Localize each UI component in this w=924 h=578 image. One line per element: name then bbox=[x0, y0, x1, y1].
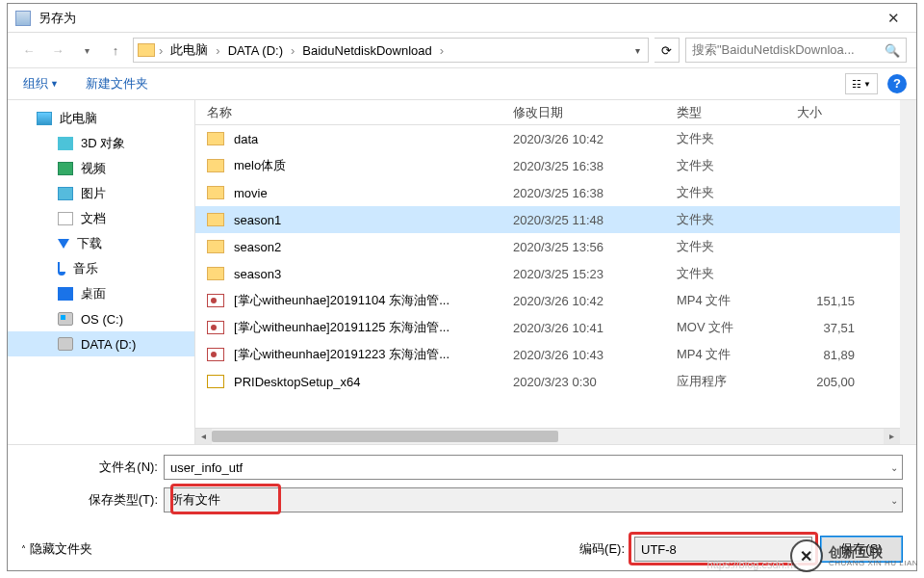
sidebar-item-music[interactable]: 音乐 bbox=[8, 256, 194, 281]
horizontal-scrollbar[interactable]: ◂ ▸ bbox=[195, 428, 900, 444]
file-date: 2020/3/26 10:41 bbox=[513, 321, 677, 335]
up-button[interactable]: ↑ bbox=[104, 39, 127, 62]
file-size: 151,15 bbox=[797, 294, 855, 308]
file-icon bbox=[207, 348, 224, 361]
encoding-value: UTF-8 bbox=[641, 542, 677, 557]
crumb-folder[interactable]: BaiduNetdiskDownload bbox=[298, 43, 435, 58]
address-dropdown-icon[interactable]: ▾ bbox=[631, 45, 644, 56]
file-type: 文件夹 bbox=[677, 265, 797, 282]
search-icon: 🔍 bbox=[885, 43, 900, 58]
file-row[interactable]: season22020/3/25 13:56文件夹 bbox=[195, 233, 900, 260]
sidebar: 此电脑 3D 对象 视频 图片 文档 下载 音乐 桌面 OS (C:) DATA… bbox=[8, 100, 195, 444]
sidebar-item-datadrive[interactable]: DATA (D:) bbox=[8, 331, 194, 356]
scroll-thumb[interactable] bbox=[212, 431, 558, 442]
nav-bar: ← → ▾ ↑ › 此电脑 › DATA (D:) › BaiduNetdisk… bbox=[8, 33, 916, 67]
file-row[interactable]: [掌心witheunhae]20191125 东海油管...2020/3/26 … bbox=[195, 314, 900, 341]
help-button[interactable]: ? bbox=[887, 74, 907, 93]
file-row[interactable]: melo体质2020/3/25 16:38文件夹 bbox=[195, 152, 900, 179]
drive-icon bbox=[58, 337, 73, 351]
file-row[interactable]: season32020/3/25 15:23文件夹 bbox=[195, 260, 900, 287]
sidebar-item-desktop[interactable]: 桌面 bbox=[8, 281, 194, 306]
chevron-right-icon: › bbox=[214, 43, 221, 58]
document-icon bbox=[58, 212, 73, 225]
file-date: 2020/3/25 16:38 bbox=[513, 186, 677, 200]
file-date: 2020/3/26 10:42 bbox=[513, 132, 677, 146]
forward-button[interactable]: → bbox=[46, 39, 69, 62]
file-type: 文件夹 bbox=[677, 130, 797, 147]
file-size: 205,00 bbox=[797, 375, 855, 389]
pc-icon bbox=[37, 112, 52, 125]
chevron-down-icon[interactable]: ⌄ bbox=[890, 462, 898, 473]
close-button[interactable]: ✕ bbox=[872, 5, 914, 32]
back-button[interactable]: ← bbox=[17, 39, 40, 62]
folder-icon bbox=[207, 186, 224, 199]
sidebar-item-3d[interactable]: 3D 对象 bbox=[8, 131, 194, 156]
file-row[interactable]: PRIDesktopSetup_x642020/3/23 0:30应用程序205… bbox=[195, 368, 900, 395]
file-type: 应用程序 bbox=[677, 373, 797, 390]
column-headers: 名称 修改日期 类型 大小 bbox=[195, 100, 900, 125]
drive-icon bbox=[58, 312, 73, 326]
crumb-thispc[interactable]: 此电脑 bbox=[167, 41, 212, 59]
filename-input[interactable]: user_info_utf ⌄ bbox=[164, 455, 903, 480]
col-size[interactable]: 大小 bbox=[797, 104, 855, 121]
watermark-brand: 创新互联 bbox=[829, 545, 918, 559]
sidebar-item-thispc[interactable]: 此电脑 bbox=[8, 106, 194, 131]
chevron-down-icon[interactable]: ⌄ bbox=[890, 495, 898, 506]
address-bar[interactable]: › 此电脑 › DATA (D:) › BaiduNetdiskDownload… bbox=[133, 38, 649, 63]
col-name[interactable]: 名称 bbox=[207, 104, 513, 121]
save-as-dialog: 另存为 ✕ ← → ▾ ↑ › 此电脑 › DATA (D:) › BaiduN… bbox=[7, 3, 917, 571]
recent-dropdown[interactable]: ▾ bbox=[75, 39, 98, 62]
refresh-button[interactable]: ⟳ bbox=[654, 38, 680, 63]
file-name: movie bbox=[234, 186, 513, 200]
file-list[interactable]: data2020/3/26 10:42文件夹melo体质2020/3/25 16… bbox=[195, 125, 900, 428]
file-size: 81,89 bbox=[797, 348, 855, 362]
file-name: season3 bbox=[234, 267, 513, 281]
file-date: 2020/3/25 16:38 bbox=[513, 159, 677, 173]
file-name: season1 bbox=[234, 213, 513, 227]
file-row[interactable]: [掌心witheunhae]20191104 东海油管...2020/3/26 … bbox=[195, 287, 900, 314]
folder-icon bbox=[207, 240, 224, 253]
sidebar-item-videos[interactable]: 视频 bbox=[8, 156, 194, 181]
organize-button[interactable]: 组织 ▼ bbox=[17, 71, 64, 96]
file-name: melo体质 bbox=[234, 157, 513, 174]
sidebar-item-pictures[interactable]: 图片 bbox=[8, 181, 194, 206]
filetype-value: 所有文件 bbox=[170, 491, 220, 509]
filetype-select[interactable]: 所有文件 ⌄ bbox=[164, 487, 903, 512]
download-icon bbox=[58, 239, 69, 249]
file-type: 文件夹 bbox=[677, 157, 797, 174]
chevron-up-icon: ˄ bbox=[21, 544, 26, 555]
search-input[interactable]: 搜索"BaiduNetdiskDownloa... 🔍 bbox=[685, 38, 907, 63]
music-icon bbox=[58, 262, 65, 276]
file-name: [掌心witheunhae]20191223 东海油管... bbox=[234, 346, 513, 363]
file-row[interactable]: season12020/3/25 11:48文件夹 bbox=[195, 206, 900, 233]
file-row[interactable]: data2020/3/26 10:42文件夹 bbox=[195, 125, 900, 152]
sidebar-item-osdrive[interactable]: OS (C:) bbox=[8, 306, 194, 331]
folder-icon bbox=[207, 267, 224, 280]
view-icon: ☷ bbox=[852, 78, 861, 91]
col-type[interactable]: 类型 bbox=[677, 104, 797, 121]
scroll-left-icon[interactable]: ◂ bbox=[195, 429, 212, 444]
filetype-label: 保存类型(T): bbox=[21, 491, 164, 509]
scroll-right-icon[interactable]: ▸ bbox=[884, 429, 900, 444]
sidebar-item-documents[interactable]: 文档 bbox=[8, 206, 194, 231]
view-options-button[interactable]: ☷ ▼ bbox=[845, 73, 878, 94]
desktop-icon bbox=[58, 287, 73, 301]
file-type: MOV 文件 bbox=[677, 319, 797, 336]
file-icon bbox=[207, 294, 224, 307]
folder-icon bbox=[207, 159, 224, 172]
file-row[interactable]: [掌心witheunhae]20191223 东海油管...2020/3/26 … bbox=[195, 341, 900, 368]
new-folder-button[interactable]: 新建文件夹 bbox=[80, 71, 154, 96]
file-name: data bbox=[234, 132, 513, 146]
file-date: 2020/3/26 10:42 bbox=[513, 294, 677, 308]
chevron-right-icon: › bbox=[157, 43, 165, 58]
sidebar-item-downloads[interactable]: 下载 bbox=[8, 231, 194, 256]
crumb-drive[interactable]: DATA (D:) bbox=[224, 43, 287, 58]
vertical-scrollbar[interactable] bbox=[900, 100, 916, 444]
watermark-logo-icon: ✕ bbox=[790, 539, 823, 572]
col-date[interactable]: 修改日期 bbox=[513, 104, 677, 121]
file-date: 2020/3/25 11:48 bbox=[513, 213, 677, 227]
file-type: MP4 文件 bbox=[677, 292, 797, 309]
file-row[interactable]: movie2020/3/25 16:38文件夹 bbox=[195, 179, 900, 206]
hide-folders-toggle[interactable]: ˄ 隐藏文件夹 bbox=[21, 540, 92, 558]
file-date: 2020/3/26 10:43 bbox=[513, 348, 677, 362]
